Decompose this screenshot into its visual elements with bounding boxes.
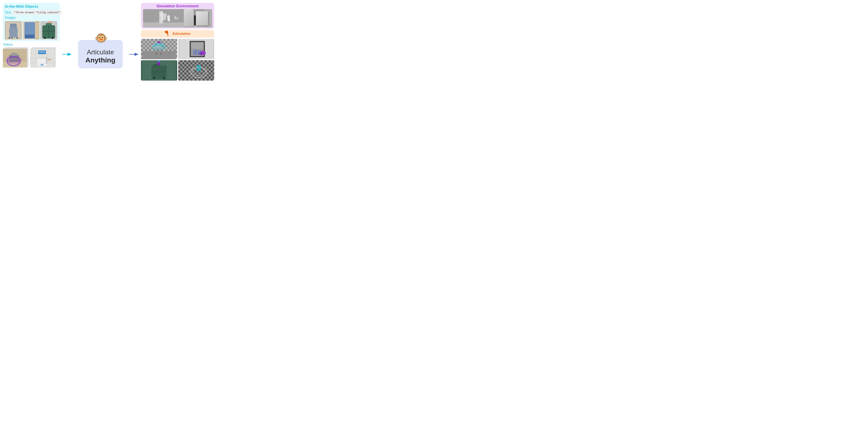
svg-rect-80 bbox=[189, 16, 198, 24]
section-title-wild: In-the-Wild Objects bbox=[5, 4, 58, 9]
svg-rect-15 bbox=[25, 23, 34, 23]
svg-rect-24 bbox=[25, 32, 34, 32]
svg-marker-131 bbox=[198, 65, 199, 66]
video-robot bbox=[3, 49, 27, 67]
svg-point-36 bbox=[52, 37, 54, 39]
svg-rect-16 bbox=[25, 24, 34, 24]
svg-rect-26 bbox=[25, 34, 34, 34]
svg-point-96 bbox=[158, 41, 160, 43]
svg-point-89 bbox=[156, 53, 157, 54]
robot-image bbox=[143, 9, 212, 28]
center-box: 🐵 Articulate Anything bbox=[78, 40, 123, 68]
video-robot-stack bbox=[3, 47, 29, 67]
left-panel: In-the-Wild Objects Text "Three-drawer f… bbox=[3, 2, 60, 106]
sim-cell-chair bbox=[141, 39, 177, 59]
video-toilet bbox=[30, 49, 54, 67]
svg-point-8 bbox=[8, 37, 10, 39]
simulation-title: Simulation Environment bbox=[143, 4, 212, 8]
svg-rect-39 bbox=[9, 55, 19, 62]
svg-rect-21 bbox=[25, 29, 34, 29]
simulation-env-box: Simulation Environment bbox=[141, 3, 214, 29]
sim-cell-floor bbox=[178, 60, 214, 81]
svg-rect-3 bbox=[9, 30, 18, 32]
svg-point-42 bbox=[8, 59, 20, 63]
svg-point-10 bbox=[11, 37, 13, 39]
svg-rect-79 bbox=[188, 15, 199, 25]
articulate-label: Articulate bbox=[86, 48, 115, 56]
svg-rect-85 bbox=[142, 51, 176, 59]
svg-point-98 bbox=[157, 42, 158, 43]
image-luggage bbox=[40, 21, 57, 39]
videos-row bbox=[3, 47, 60, 67]
svg-rect-40 bbox=[11, 53, 17, 56]
svg-point-107 bbox=[202, 52, 206, 55]
monkey-icon: 🐵 bbox=[95, 33, 106, 44]
articulation-arrow-icon bbox=[165, 31, 171, 37]
svg-rect-72 bbox=[143, 22, 212, 28]
svg-point-119 bbox=[163, 77, 165, 79]
svg-point-97 bbox=[159, 42, 161, 43]
image-chair bbox=[5, 21, 22, 39]
videos-label: Videos bbox=[3, 43, 60, 46]
svg-rect-23 bbox=[25, 31, 34, 31]
images-row bbox=[5, 21, 58, 39]
svg-rect-2 bbox=[10, 24, 17, 30]
svg-point-43 bbox=[9, 61, 19, 64]
svg-rect-57 bbox=[39, 51, 45, 54]
svg-rect-38 bbox=[3, 62, 27, 67]
svg-line-4 bbox=[9, 32, 10, 37]
sim-cell-door bbox=[178, 39, 214, 59]
svg-marker-132 bbox=[199, 65, 201, 66]
text-label: Text bbox=[5, 11, 11, 14]
svg-rect-103 bbox=[191, 42, 203, 49]
right-arrow-icon bbox=[129, 52, 139, 56]
svg-rect-17 bbox=[25, 25, 34, 25]
sim-results-grid bbox=[141, 39, 214, 81]
articulation-label: Articulation bbox=[173, 32, 191, 36]
articulation-box: Articulation bbox=[141, 30, 214, 38]
svg-rect-28 bbox=[36, 22, 39, 38]
svg-rect-116 bbox=[154, 64, 157, 66]
svg-marker-130 bbox=[197, 65, 198, 66]
svg-rect-20 bbox=[25, 28, 34, 28]
svg-point-9 bbox=[17, 37, 18, 39]
text-row: Text "Three-drawer filing cabinet" bbox=[5, 10, 58, 14]
text-value: "Three-drawer filing cabinet" bbox=[12, 10, 62, 14]
right-panel: Simulation Environment bbox=[141, 2, 214, 106]
anything-label: Anything bbox=[86, 56, 115, 64]
svg-rect-18 bbox=[25, 26, 34, 26]
svg-rect-22 bbox=[25, 30, 34, 30]
svg-point-118 bbox=[153, 77, 155, 79]
images-label: Images bbox=[5, 16, 58, 20]
videos-section: Videos bbox=[3, 43, 60, 67]
svg-point-35 bbox=[44, 37, 46, 39]
video-toilet-stack bbox=[30, 47, 57, 67]
svg-point-41 bbox=[7, 58, 21, 62]
svg-rect-81 bbox=[204, 9, 212, 28]
svg-rect-25 bbox=[25, 33, 34, 33]
svg-rect-19 bbox=[25, 27, 34, 27]
main-layout: In-the-Wild Objects Text "Three-drawer f… bbox=[0, 0, 217, 108]
center-wrapper: 🐵 Articulate Anything bbox=[62, 40, 139, 68]
in-the-wild-section: In-the-Wild Objects Text "Three-drawer f… bbox=[3, 3, 60, 41]
svg-rect-78 bbox=[175, 16, 176, 19]
svg-rect-55 bbox=[37, 59, 47, 63]
sim-cell-luggage bbox=[141, 60, 177, 81]
svg-point-122 bbox=[158, 60, 159, 62]
left-arrow-icon bbox=[62, 52, 72, 56]
svg-rect-61 bbox=[46, 57, 47, 64]
svg-line-5 bbox=[16, 32, 17, 37]
svg-rect-87 bbox=[156, 49, 157, 53]
svg-point-90 bbox=[160, 53, 162, 54]
image-window bbox=[23, 21, 39, 39]
